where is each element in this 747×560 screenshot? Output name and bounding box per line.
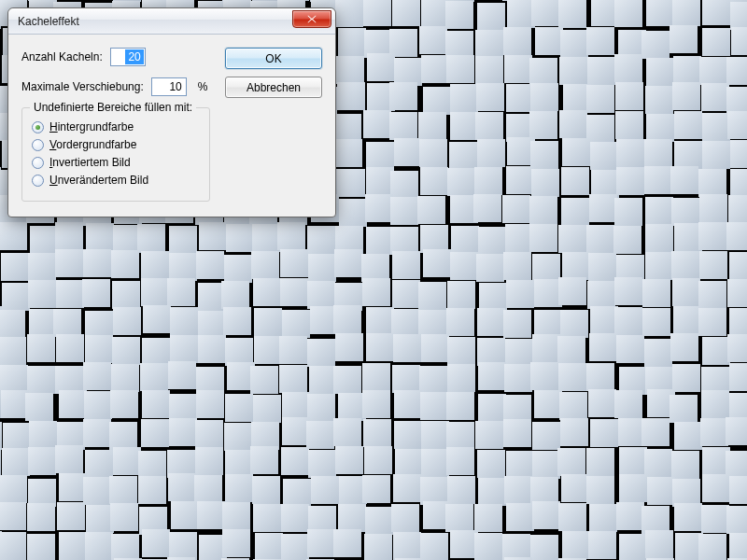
tile-count-label: Anzahl Kacheln: [21,50,103,63]
fill-fieldset: Undefinierte Bereiche füllen mit: Hinter… [21,107,210,202]
fill-option-3[interactable]: Unverändertem Bild [32,174,200,187]
max-shift-row: Maximale Verschiebung: % [21,77,210,96]
dialog-body: Anzahl Kacheln: 20 Maximale Verschiebung… [8,35,335,217]
radio-indicator[interactable] [32,175,44,187]
ok-label: OK [265,52,281,65]
ok-button[interactable]: OK [225,48,322,69]
radio-label: Vordergrundfarbe [49,138,136,151]
percent-suffix: % [198,80,208,93]
radio-indicator[interactable] [32,157,44,169]
fill-option-1[interactable]: Vordergrundfarbe [32,138,200,151]
max-shift-input[interactable] [151,77,187,96]
close-button[interactable] [292,10,331,28]
tile-count-row: Anzahl Kacheln: 20 [21,48,210,66]
fill-option-0[interactable]: Hintergrundfarbe [32,120,200,133]
tile-effect-dialog: Kacheleffekt Anzahl Kacheln: 20 Maximale… [7,7,336,217]
close-icon [307,15,317,23]
titlebar[interactable]: Kacheleffekt [8,8,335,35]
max-shift-label: Maximale Verschiebung: [21,80,144,93]
radio-label: Unverändertem Bild [49,174,148,187]
fill-legend: Undefinierte Bereiche füllen mit: [30,101,196,114]
dialog-title: Kacheleffekt [18,15,79,28]
radio-indicator[interactable] [32,139,44,151]
radio-label: Invertiertem Bild [49,156,131,169]
cancel-label: Abbrechen [247,81,301,94]
radio-label: Hintergrundfarbe [49,120,134,133]
tile-count-value: 20 [125,49,143,64]
radio-indicator[interactable] [32,121,44,133]
tile-count-input[interactable]: 20 [110,48,146,66]
fill-option-2[interactable]: Invertiertem Bild [32,156,200,169]
cancel-button[interactable]: Abbrechen [225,77,322,98]
